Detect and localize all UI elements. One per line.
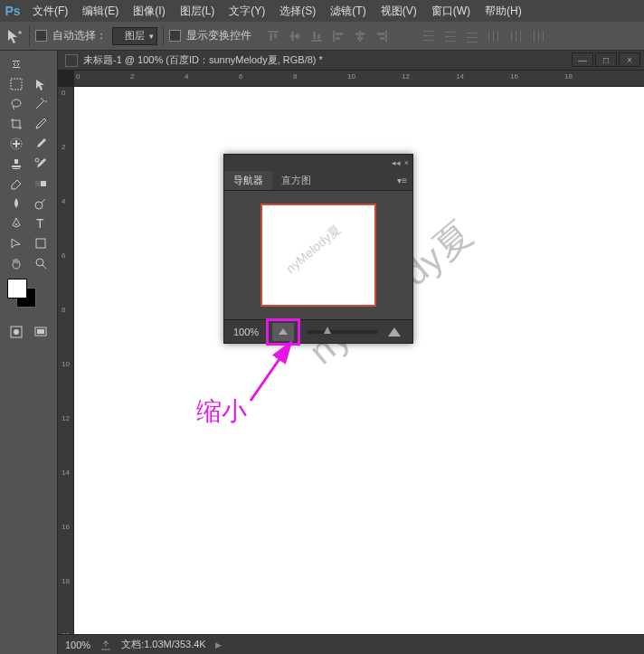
menu-file[interactable]: 文件(F)	[25, 0, 75, 22]
align-vcenter-icon[interactable]	[286, 27, 304, 45]
auto-select-dropdown[interactable]: 图层	[112, 27, 157, 45]
auto-select-checkbox[interactable]	[35, 30, 47, 42]
screenmode-tool[interactable]	[29, 322, 54, 342]
panel-close-icon[interactable]: ×	[404, 158, 409, 167]
annotation-label: 缩小	[196, 394, 247, 429]
navigator-zoom-value[interactable]: 100%	[233, 327, 259, 337]
svg-rect-43	[35, 181, 41, 186]
svg-rect-16	[377, 33, 384, 35]
menu-layer[interactable]: 图层(L)	[173, 0, 223, 22]
zoom-tool[interactable]	[29, 253, 54, 273]
svg-rect-6	[311, 40, 322, 42]
align-bottom-icon[interactable]	[308, 27, 326, 45]
zoom-out-button[interactable]	[266, 318, 300, 346]
stamp-tool[interactable]	[4, 154, 29, 174]
dodge-tool[interactable]	[29, 194, 54, 213]
svg-rect-30	[511, 31, 512, 42]
auto-select-label: 自动选择：	[52, 28, 107, 43]
panel-menu-icon[interactable]: ▾≡	[392, 171, 412, 190]
svg-rect-13	[355, 33, 365, 35]
align-left-icon[interactable]	[329, 27, 347, 45]
close-button[interactable]: ×	[619, 52, 640, 67]
svg-rect-11	[336, 37, 340, 40]
align-top-icon[interactable]	[264, 27, 282, 45]
hand-tool[interactable]	[4, 253, 29, 273]
panel-collapse-icon[interactable]: ◂◂	[392, 158, 401, 167]
annotation-arrow	[237, 333, 318, 414]
magic-wand-tool[interactable]	[29, 94, 54, 114]
svg-point-45	[15, 223, 17, 225]
divider	[163, 26, 164, 46]
svg-rect-7	[313, 32, 316, 39]
status-doc-size[interactable]: 文档:1.03M/353.4K	[121, 638, 206, 651]
align-hcenter-icon[interactable]	[351, 27, 369, 45]
distribute-bottom-icon[interactable]	[463, 27, 481, 45]
svg-rect-32	[520, 31, 521, 42]
svg-point-48	[36, 259, 43, 266]
expand-tool[interactable]	[4, 54, 29, 74]
svg-rect-3	[289, 35, 300, 37]
svg-line-53	[251, 342, 291, 401]
menu-view[interactable]: 视图(V)	[374, 0, 424, 22]
crop-tool[interactable]	[4, 114, 29, 134]
eraser-tool[interactable]	[4, 174, 29, 194]
menu-help[interactable]: 帮助(H)	[478, 0, 529, 22]
tab-histogram[interactable]: 直方图	[272, 171, 320, 190]
path-select-tool[interactable]	[4, 233, 29, 253]
minimize-button[interactable]: —	[572, 52, 593, 67]
foreground-color[interactable]	[7, 279, 27, 299]
svg-rect-34	[538, 31, 539, 42]
distribute-top-icon[interactable]	[420, 27, 438, 45]
menu-edit[interactable]: 编辑(E)	[75, 0, 126, 22]
svg-rect-4	[291, 32, 294, 41]
svg-rect-17	[380, 37, 384, 40]
svg-rect-9	[333, 31, 335, 42]
history-brush-tool[interactable]	[29, 154, 54, 174]
status-export-icon[interactable]	[99, 639, 112, 651]
shape-tool[interactable]	[29, 233, 54, 253]
svg-rect-33	[534, 31, 535, 42]
gradient-tool[interactable]	[29, 174, 54, 194]
menu-window[interactable]: 窗口(W)	[424, 0, 478, 22]
distribute-left-icon[interactable]	[485, 27, 503, 45]
brush-tool[interactable]	[29, 134, 54, 154]
menu-image[interactable]: 图像(I)	[126, 0, 172, 22]
svg-rect-24	[467, 33, 478, 33]
marquee-tool[interactable]	[4, 74, 29, 94]
lasso-tool[interactable]	[4, 94, 29, 114]
menu-type[interactable]: 文字(Y)	[222, 0, 272, 22]
pen-tool[interactable]	[4, 213, 29, 233]
svg-rect-47	[36, 239, 45, 248]
canvas[interactable]: nyMelody夏 ◂◂ × 导航器 直方图 ▾≡ nyMelody夏	[74, 87, 644, 634]
svg-rect-20	[423, 40, 434, 41]
navigator-thumbnail[interactable]: nyMelody夏	[260, 204, 376, 307]
distribute-vcenter-icon[interactable]	[441, 27, 459, 45]
color-swatch[interactable]	[7, 279, 36, 308]
tab-navigator[interactable]: 导航器	[224, 171, 272, 190]
align-right-icon[interactable]	[373, 27, 391, 45]
healing-tool[interactable]	[4, 134, 29, 154]
maximize-button[interactable]: □	[595, 52, 617, 67]
zoom-in-icon	[388, 327, 401, 336]
svg-rect-14	[357, 37, 363, 40]
menu-filter[interactable]: 滤镜(T)	[323, 0, 373, 22]
move-tool[interactable]	[29, 74, 54, 94]
zoom-slider[interactable]	[308, 330, 378, 334]
blur-tool[interactable]	[4, 194, 29, 213]
navigator-panel[interactable]: ◂◂ × 导航器 直方图 ▾≡ nyMelody夏 100%	[223, 154, 413, 344]
quickmask-tool[interactable]	[4, 322, 29, 342]
toolbox: T	[0, 51, 58, 654]
svg-rect-35	[543, 31, 544, 42]
eyedropper-tool[interactable]	[29, 114, 54, 134]
menu-select[interactable]: 选择(S)	[272, 0, 323, 22]
distribute-right-icon[interactable]	[528, 27, 546, 45]
document-tab[interactable]: 未标题-1 @ 100% (百度ID：sunnyMelody夏, RGB/8) …	[58, 51, 644, 71]
svg-rect-19	[423, 35, 434, 36]
zoom-in-button[interactable]	[385, 326, 403, 338]
type-tool[interactable]: T	[29, 213, 54, 233]
status-zoom[interactable]: 100%	[65, 640, 90, 650]
show-transform-checkbox[interactable]	[169, 30, 181, 42]
svg-rect-22	[445, 36, 456, 37]
thumb-watermark: nyMelody夏	[283, 222, 345, 277]
distribute-hcenter-icon[interactable]	[507, 27, 525, 45]
